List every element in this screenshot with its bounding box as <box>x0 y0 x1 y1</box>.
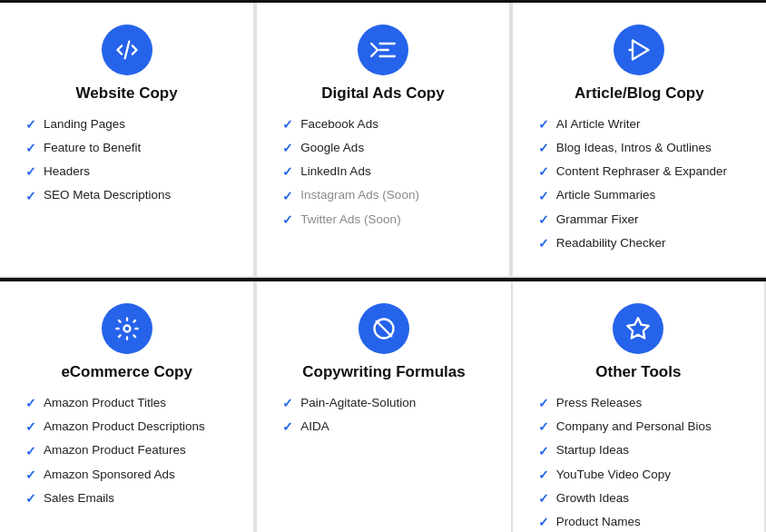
list-item: ✓Feature to Benefit <box>25 139 228 156</box>
check-icon: ✓ <box>282 395 293 411</box>
list-item: ✓AI Article Writer <box>538 115 741 133</box>
list-item: ✓Readability Checker <box>538 234 741 251</box>
list-item: ✓Company and Personal Bios <box>538 418 739 435</box>
list-item-label: Product Names <box>556 514 641 530</box>
list-item-label: Growth Ideas <box>556 490 629 507</box>
list-item: ✓Grammar Fixer <box>538 211 741 228</box>
list-item-label: Twitter Ads (Soon) <box>300 212 400 228</box>
check-icon: ✓ <box>538 116 549 133</box>
cell-digital-ads: Digital Ads Copy ✓Facebook Ads✓Google Ad… <box>255 3 510 278</box>
article-blog-icon <box>614 25 664 75</box>
other-tools-title: Other Tools <box>595 363 681 381</box>
list-item: ✓Google Ads <box>282 139 483 156</box>
other-tools-list: ✓Press Releases✓Company and Personal Bio… <box>538 394 739 532</box>
list-item-label: Headers <box>44 163 90 180</box>
list-item-label: Company and Personal Bios <box>556 419 712 435</box>
check-icon: ✓ <box>538 188 549 204</box>
check-icon: ✓ <box>25 467 36 483</box>
list-item-label: Grammar Fixer <box>556 212 639 228</box>
list-item-label: Readability Checker <box>556 235 666 251</box>
list-item: ✓Press Releases <box>538 394 739 411</box>
check-icon: ✓ <box>25 140 36 156</box>
check-icon: ✓ <box>25 419 36 435</box>
check-icon: ✓ <box>282 163 293 180</box>
copywriting-list: ✓Pain-Agitate-Solution✓AIDA <box>282 394 485 441</box>
ecommerce-icon <box>102 303 152 354</box>
check-icon: ✓ <box>538 514 549 530</box>
ecommerce-title: eCommerce Copy <box>61 363 192 381</box>
copywriting-title: Copywriting Formulas <box>302 363 465 381</box>
check-icon: ✓ <box>25 395 36 411</box>
digital-ads-title: Digital Ads Copy <box>321 84 444 103</box>
check-icon: ✓ <box>538 419 549 435</box>
copywriting-icon <box>358 303 409 354</box>
article-blog-list: ✓AI Article Writer✓Blog Ideas, Intros & … <box>538 115 741 258</box>
check-icon: ✓ <box>25 443 36 459</box>
list-item-label: Pain-Agitate-Solution <box>300 395 416 411</box>
check-icon: ✓ <box>538 467 549 483</box>
list-item-label: Google Ads <box>300 140 364 156</box>
website-copy-title: Website Copy <box>76 84 178 103</box>
check-icon: ✓ <box>282 188 293 204</box>
list-item-label: YouTube Video Copy <box>556 467 671 483</box>
list-item: ✓LinkedIn Ads <box>282 163 483 180</box>
ecommerce-list: ✓Amazon Product Titles✓Amazon Product De… <box>25 394 228 513</box>
check-icon: ✓ <box>282 140 293 156</box>
list-item: ✓Instagram Ads (Soon) <box>282 187 483 204</box>
list-item: ✓Startup Ideas <box>538 442 739 459</box>
list-item: ✓Content Rephraser & Expander <box>538 163 741 180</box>
svg-marker-4 <box>628 318 649 338</box>
website-copy-icon <box>102 25 152 75</box>
list-item-label: LinkedIn Ads <box>300 163 370 180</box>
list-item-label: Instagram Ads (Soon) <box>300 187 419 203</box>
list-item-label: AIDA <box>300 419 329 435</box>
check-icon: ✓ <box>538 490 549 507</box>
list-item: ✓Product Names <box>538 513 739 530</box>
list-item-label: Press Releases <box>556 395 643 411</box>
list-item-label: AI Article Writer <box>556 116 641 133</box>
cell-article-blog: Article/Blog Copy ✓AI Article Writer✓Blo… <box>511 3 766 278</box>
svg-line-3 <box>377 321 391 336</box>
cell-other-tools: Other Tools ✓Press Releases✓Company and … <box>511 281 766 532</box>
list-item: ✓Landing Pages <box>25 115 228 133</box>
article-blog-title: Article/Blog Copy <box>574 84 704 103</box>
check-icon: ✓ <box>538 212 549 228</box>
check-icon: ✓ <box>25 490 36 507</box>
list-item-label: Feature to Benefit <box>44 140 141 156</box>
list-item: ✓Amazon Product Descriptions <box>25 418 228 435</box>
list-item-label: SEO Meta Descriptions <box>44 187 171 203</box>
list-item: ✓Growth Ideas <box>538 489 739 507</box>
list-item: ✓Headers <box>25 163 228 180</box>
list-item-label: Amazon Sponsored Ads <box>44 467 175 483</box>
other-tools-icon <box>613 303 663 354</box>
check-icon: ✓ <box>25 116 36 133</box>
list-item-label: Facebook Ads <box>300 116 378 133</box>
cell-copywriting: Copywriting Formulas ✓Pain-Agitate-Solut… <box>255 281 510 532</box>
svg-point-1 <box>123 326 130 332</box>
list-item: ✓Blog Ideas, Intros & Outlines <box>538 139 741 156</box>
main-grid: Website Copy ✓Landing Pages✓Feature to B… <box>0 0 766 532</box>
list-item-label: Content Rephraser & Expander <box>556 163 727 180</box>
list-item-label: Blog Ideas, Intros & Outlines <box>556 140 712 156</box>
list-item-label: Amazon Product Descriptions <box>44 419 205 435</box>
list-item-label: Amazon Product Titles <box>44 395 166 411</box>
list-item: ✓YouTube Video Copy <box>538 466 739 483</box>
list-item: ✓Amazon Product Titles <box>25 394 228 411</box>
check-icon: ✓ <box>538 235 549 251</box>
list-item: ✓Amazon Sponsored Ads <box>25 466 228 483</box>
check-icon: ✓ <box>538 443 549 459</box>
list-item: ✓Amazon Product Features <box>25 442 228 459</box>
digital-ads-list: ✓Facebook Ads✓Google Ads✓LinkedIn Ads✓In… <box>282 115 483 234</box>
check-icon: ✓ <box>282 116 293 133</box>
list-item-label: Article Summaries <box>556 187 656 203</box>
list-item-label: Amazon Product Features <box>44 442 186 458</box>
cell-website-copy: Website Copy ✓Landing Pages✓Feature to B… <box>0 3 255 278</box>
list-item: ✓Pain-Agitate-Solution <box>282 394 485 411</box>
check-icon: ✓ <box>282 212 293 228</box>
check-icon: ✓ <box>538 140 549 156</box>
list-item: ✓Article Summaries <box>538 187 741 204</box>
list-item: ✓SEO Meta Descriptions <box>25 187 228 204</box>
check-icon: ✓ <box>25 188 36 204</box>
list-item: ✓Facebook Ads <box>282 115 483 133</box>
check-icon: ✓ <box>538 395 549 411</box>
